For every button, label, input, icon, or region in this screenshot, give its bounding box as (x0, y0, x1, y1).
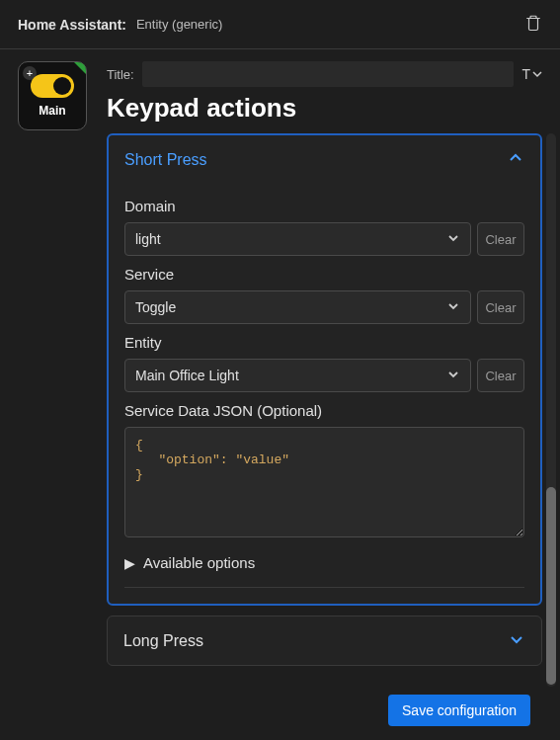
scrollbar-thumb[interactable] (546, 487, 556, 685)
short-press-header[interactable]: Short Press (109, 135, 540, 184)
chevron-down-icon (508, 630, 525, 651)
device-thumbnail[interactable]: + Main (18, 61, 87, 130)
title-label: Title: (107, 67, 134, 82)
service-select[interactable]: Toggle (124, 290, 471, 324)
service-data-json-input[interactable] (124, 427, 524, 537)
domain-select[interactable]: light (124, 222, 471, 256)
save-configuration-button[interactable]: Save configuration (388, 695, 530, 726)
thumbnail-label: Main (39, 104, 65, 118)
app-name: Home Assistant: (18, 17, 126, 33)
domain-value: light (135, 231, 161, 247)
status-corner-icon (74, 62, 86, 74)
trash-icon[interactable] (524, 14, 542, 35)
chevron-up-icon (507, 149, 524, 170)
domain-clear-button[interactable]: Clear (477, 222, 524, 256)
triangle-right-icon: ▶ (124, 555, 135, 571)
title-type-button[interactable]: T (521, 66, 542, 82)
long-press-accordion: Long Press (107, 616, 542, 666)
page-title: Keypad actions (107, 93, 542, 123)
entity-clear-button[interactable]: Clear (477, 359, 524, 392)
long-press-title: Long Press (123, 632, 203, 650)
chevron-down-icon (446, 368, 460, 384)
entity-label: Entity (124, 334, 524, 351)
entity-value: Main Office Light (135, 368, 239, 383)
chevron-down-icon (446, 299, 460, 316)
short-press-title: Short Press (124, 151, 207, 169)
json-label: Service Data JSON (Optional) (124, 402, 524, 419)
available-options-toggle[interactable]: ▶ Available options (124, 554, 524, 571)
toggle-icon (31, 74, 74, 98)
short-press-accordion: Short Press Domain light Clear Servic (107, 133, 542, 606)
service-value: Toggle (135, 299, 176, 315)
long-press-header[interactable]: Long Press (108, 617, 541, 665)
title-input[interactable] (142, 61, 515, 87)
service-label: Service (124, 266, 524, 283)
available-options-label: Available options (143, 554, 255, 571)
divider (124, 587, 524, 588)
entity-type: Entity (generic) (136, 17, 524, 32)
service-clear-button[interactable]: Clear (477, 290, 524, 324)
chevron-down-icon (446, 231, 460, 248)
header-bar: Home Assistant: Entity (generic) (0, 0, 560, 49)
domain-label: Domain (124, 198, 524, 214)
entity-select[interactable]: Main Office Light (124, 359, 471, 392)
